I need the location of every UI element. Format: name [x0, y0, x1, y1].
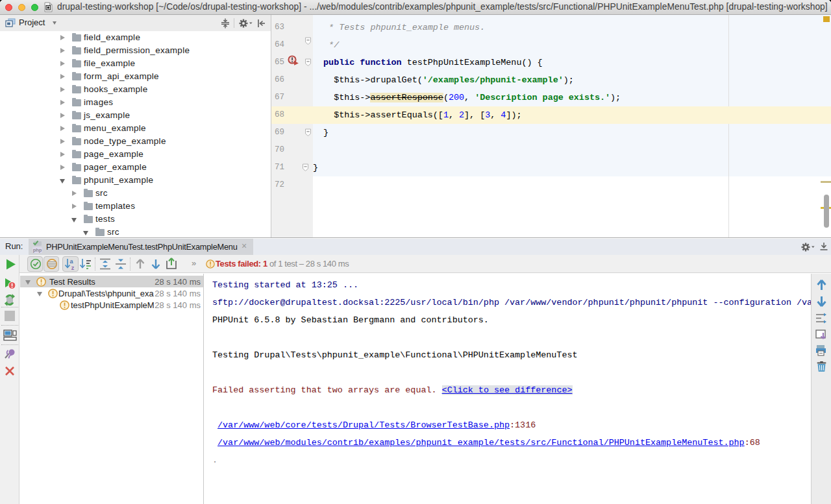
svg-text:a: a	[69, 258, 73, 265]
svg-text:z: z	[71, 265, 75, 270]
svg-text:php: php	[33, 247, 42, 253]
